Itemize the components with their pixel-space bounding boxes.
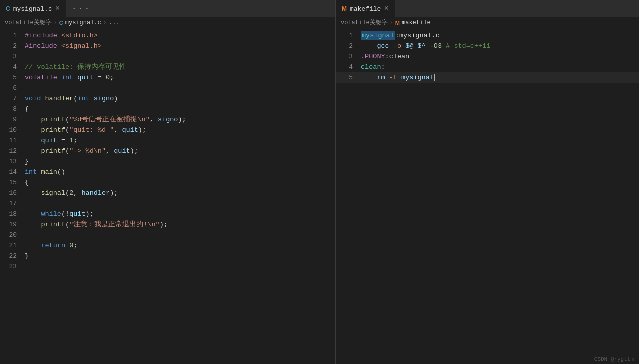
code-line: 3 .PHONY:clean xyxy=(336,51,639,62)
right-breadcrumb-m-icon: M xyxy=(396,20,400,26)
right-panel: volatile关键字 › M makefile 1 mysignal:mysi… xyxy=(336,17,639,364)
right-breadcrumb-root: volatile关键字 xyxy=(341,18,388,27)
code-line: 21 return 0; xyxy=(0,240,336,251)
code-line: 1 mysignal:mysignal.c xyxy=(336,30,639,41)
code-line: 8 { xyxy=(0,104,336,114)
code-line: 2 #include <signal.h> xyxy=(0,41,336,51)
left-code-area[interactable]: 1 #include <stdio.h> 2 #include <signal.… xyxy=(0,28,336,364)
m-icon: M xyxy=(342,5,347,12)
editor-container: C mysignal.c × ··· M makefile × volatile… xyxy=(0,0,639,364)
right-code-area[interactable]: 1 mysignal:mysignal.c 2 gcc -o $@ $^ -O3… xyxy=(336,28,639,364)
left-tab-group: C mysignal.c × ··· xyxy=(0,0,336,17)
code-line: 13 } xyxy=(0,156,336,167)
tab-label-mysignal: mysignal.c xyxy=(14,5,52,13)
code-line: 5 rm -f mysignal xyxy=(336,72,639,83)
code-line: 4 clean: xyxy=(336,62,639,72)
code-line: 2 gcc -o $@ $^ -O3 #-std=c++11 xyxy=(336,41,639,51)
code-line: 10 printf("quit: %d ", quit); xyxy=(0,125,336,135)
c-icon: C xyxy=(6,5,10,12)
code-line: 9 printf("%d号信号正在被捕捉\n", signo); xyxy=(0,114,336,125)
code-line: 15 { xyxy=(0,177,336,188)
text-cursor xyxy=(434,74,436,81)
code-line: 4 // volatile: 保持内存可见性 xyxy=(0,62,336,72)
tab-close-mysignal[interactable]: × xyxy=(56,5,60,13)
code-line: 20 xyxy=(0,230,336,240)
tab-bar: C mysignal.c × ··· M makefile × xyxy=(0,0,639,17)
code-line: 17 xyxy=(0,198,336,209)
right-breadcrumb-file: makefile xyxy=(402,19,431,26)
right-sep1: › xyxy=(390,19,394,26)
left-sep2: › xyxy=(104,19,107,26)
code-line: 3 xyxy=(0,51,336,62)
code-line: 19 printf("注意：我是正常退出的!\n"); xyxy=(0,219,336,230)
code-line: 1 #include <stdio.h> xyxy=(0,30,336,41)
left-breadcrumb-c-icon: C xyxy=(60,20,64,26)
tab-more-button[interactable]: ··· xyxy=(66,0,96,17)
left-breadcrumb: volatile关键字 › C mysignal.c › ... xyxy=(0,17,336,28)
tab-label-makefile: makefile xyxy=(350,5,381,13)
code-line: 5 volatile int quit = 0; xyxy=(0,72,336,83)
code-line: 6 xyxy=(0,83,336,93)
code-line: 23 xyxy=(0,261,336,272)
left-breadcrumb-root: volatile关键字 xyxy=(5,18,52,27)
watermark: CSDN @rygttm xyxy=(594,356,634,362)
code-line: 14 int main() xyxy=(0,167,336,177)
panels: volatile关键字 › C mysignal.c › ... 1 #incl… xyxy=(0,17,639,364)
tab-mysignal[interactable]: C mysignal.c × xyxy=(0,0,66,17)
right-tab-group: M makefile × xyxy=(336,0,639,17)
code-line: 7 void handler(int signo) xyxy=(0,93,336,104)
left-sep1: › xyxy=(54,19,58,26)
tab-close-makefile[interactable]: × xyxy=(384,5,389,13)
left-panel: volatile关键字 › C mysignal.c › ... 1 #incl… xyxy=(0,17,336,364)
left-breadcrumb-extra: ... xyxy=(109,19,120,26)
code-line: 16 signal(2, handler); xyxy=(0,188,336,198)
right-breadcrumb: volatile关键字 › M makefile xyxy=(336,17,639,28)
code-line: 12 printf("-> %d\n", quit); xyxy=(0,146,336,156)
code-line: 11 quit = 1; xyxy=(0,135,336,146)
left-breadcrumb-file: mysignal.c xyxy=(66,19,102,26)
tab-makefile[interactable]: M makefile × xyxy=(336,0,396,17)
code-line: 22 } xyxy=(0,251,336,261)
code-line: 18 while(!quit); xyxy=(0,209,336,219)
